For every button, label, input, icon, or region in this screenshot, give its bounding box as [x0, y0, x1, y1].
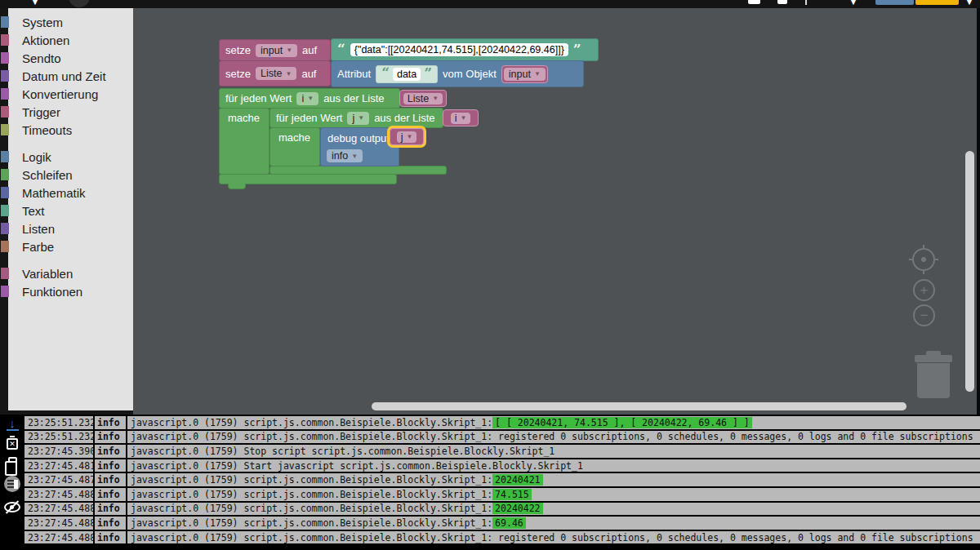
- log-row[interactable]: 23:27:45.488 info javascript.0 (1759) sc…: [24, 517, 980, 530]
- category-color-swatch: [1, 241, 9, 252]
- download-log-icon[interactable]: ↓: [7, 418, 19, 431]
- shadow-string-block[interactable]: “ data ”: [376, 65, 438, 83]
- toolbox-category-list: System Aktionen Sendto Datum und Zeit: [0, 13, 133, 300]
- log-row[interactable]: 23:25:51.232 info javascript.0 (1759) sc…: [24, 431, 980, 444]
- foreach-label: für jeden Wert: [225, 92, 292, 104]
- blockly-workspace[interactable]: setze input▼ auf “ {"data":[[20240421,74…: [133, 8, 977, 415]
- log-message-text: javascript.0 (1759) script.js.common.Bei…: [131, 474, 492, 486]
- toolbox-category[interactable]: Mathematik: [0, 184, 133, 202]
- log-message-text: javascript.0 (1759) Start javascript scr…: [131, 460, 583, 472]
- toolbar-yellow-button[interactable]: [915, 0, 959, 5]
- log-level-dropdown[interactable]: info▼: [327, 149, 363, 162]
- do-label: mache: [228, 112, 260, 124]
- document-icon[interactable]: [777, 0, 787, 4]
- block-foreach-outer-header[interactable]: für jeden Wert i▼ aus der Liste: [219, 88, 400, 109]
- toolbox-category[interactable]: Aktionen: [0, 31, 133, 49]
- block-debug-output[interactable]: debug output info▼: [320, 127, 399, 166]
- window-icon[interactable]: [748, 0, 760, 4]
- log-timestamp: 23:27:45.488: [24, 531, 93, 544]
- log-row[interactable]: 23:27:45.488 info javascript.0 (1759) sc…: [24, 531, 980, 544]
- variable-block-j-selected[interactable]: j▼: [390, 128, 424, 145]
- log-row[interactable]: 23:25:51.232 info javascript.0 (1759) sc…: [24, 416, 980, 429]
- toolbox-category[interactable]: Listen: [0, 220, 133, 237]
- block-foreach-inner-footer[interactable]: [270, 166, 447, 175]
- log-timestamp: 23:27:45.390: [24, 445, 93, 458]
- loop-variable-dropdown[interactable]: j▼: [347, 112, 369, 125]
- trash-icon[interactable]: [915, 351, 952, 398]
- debug-label: debug output: [327, 132, 390, 144]
- log-row[interactable]: 23:27:45.390 info javascript.0 (1759) St…: [24, 445, 980, 458]
- log-panel: ↓ ✕ 23:25:51.232 info javascript.0 (1759…: [0, 415, 980, 550]
- variable-dropdown[interactable]: input▼: [256, 44, 297, 57]
- loop-variable-dropdown[interactable]: i▼: [296, 92, 318, 105]
- log-row[interactable]: 23:27:45.481 info javascript.0 (1759) St…: [24, 459, 980, 472]
- toolbox-category[interactable]: System: [0, 13, 133, 31]
- variable-block-i[interactable]: i▼: [443, 109, 479, 126]
- log-message-text: javascript.0 (1759) script.js.common.Bei…: [131, 489, 492, 500]
- toolbox-category[interactable]: Konvertierung: [0, 85, 133, 103]
- horizontal-scrollbar[interactable]: [372, 402, 906, 410]
- zoom-out-button[interactable]: −: [913, 304, 935, 326]
- string-value-field[interactable]: {"data":[[20240421,74.515],[20240422,69.…: [350, 43, 568, 56]
- log-message-text: javascript.0 (1759) script.js.common.Bei…: [131, 417, 492, 428]
- log-format-icon[interactable]: [4, 476, 20, 492]
- log-message: javascript.0 (1759) script.js.common.Bei…: [127, 473, 980, 486]
- log-highlight: 74.515: [492, 489, 532, 500]
- toolbox-category[interactable]: Variablen: [0, 264, 133, 282]
- log-highlight: 20240421: [492, 474, 542, 486]
- variable-block-liste[interactable]: Liste▼: [399, 90, 447, 107]
- zoom-reset-button[interactable]: [912, 248, 935, 271]
- hide-log-icon[interactable]: [4, 502, 20, 512]
- block-text-string[interactable]: “ {"data":[[20240421,74.515],[20240422,6…: [331, 38, 599, 61]
- toolbox-category[interactable]: Logik: [0, 148, 133, 166]
- toolbar-caret-icon[interactable]: ▼: [29, 0, 41, 7]
- attribute-name-field[interactable]: data: [393, 68, 421, 81]
- category-label: System: [22, 16, 63, 29]
- toolbox-category[interactable]: Text: [0, 202, 133, 220]
- top-toolbar: ▼ ▼ ▼: [0, 0, 980, 8]
- toolbox-category[interactable]: Timeouts: [0, 121, 133, 139]
- toolbox-category[interactable]: Farbe: [0, 237, 133, 255]
- log-row[interactable]: 23:27:45.487 info javascript.0 (1759) sc…: [24, 473, 980, 486]
- category-color-swatch: [1, 205, 9, 216]
- log-message: javascript.0 (1759) script.js.common.Bei…: [127, 488, 980, 501]
- toolbar-blue-button[interactable]: [875, 0, 914, 5]
- toolbox-category[interactable]: Schleifen: [0, 166, 133, 184]
- log-row[interactable]: 23:27:45.488 info javascript.0 (1759) sc…: [24, 488, 980, 501]
- log-row[interactable]: 23:27:45.488 info javascript.0 (1759) sc…: [24, 503, 980, 516]
- caret-down-icon: ▼: [285, 70, 292, 78]
- log-level-badge: info: [95, 473, 126, 486]
- toolbox-category[interactable]: Trigger: [0, 103, 133, 121]
- copy-log-icon[interactable]: [8, 457, 17, 468]
- block-get-attribute[interactable]: Attribut “ data ” vom Objekt input▼: [331, 60, 584, 87]
- vertical-scrollbar[interactable]: [965, 151, 974, 392]
- category-color-swatch: [1, 187, 9, 198]
- dropdown-caret-icon[interactable]: ▼: [848, 0, 859, 7]
- block-set-variable-input[interactable]: setze input▼ auf: [219, 39, 331, 61]
- variable-dropdown[interactable]: Liste▼: [256, 67, 296, 80]
- clear-log-icon[interactable]: ✕: [7, 438, 18, 450]
- log-message: javascript.0 (1759) script.js.common.Bei…: [127, 416, 980, 429]
- log-message: javascript.0 (1759) script.js.common.Bei…: [127, 517, 980, 530]
- log-message-text: javascript.0 (1759) Stop script script.j…: [131, 446, 555, 457]
- category-label: Logik: [22, 150, 51, 164]
- category-color-swatch: [1, 88, 9, 100]
- dropdown-caret-icon-2[interactable]: ▼: [964, 0, 975, 7]
- category-color-swatch: [1, 124, 9, 135]
- set-keyword: setze: [225, 44, 251, 56]
- do-label: mache: [278, 131, 310, 144]
- caret-down-icon: ▼: [351, 153, 358, 160]
- quote-close-icon: ”: [573, 46, 581, 55]
- log-message-text: javascript.0 (1759) script.js.common.Bei…: [131, 517, 492, 529]
- toolbox-category[interactable]: Sendto: [0, 49, 133, 67]
- category-label: Konvertierung: [22, 87, 98, 101]
- log-level-badge: info: [95, 517, 126, 530]
- block-set-variable-liste[interactable]: setze Liste▼ auf: [219, 60, 331, 86]
- variable-block-input[interactable]: input▼: [501, 65, 548, 83]
- toolbar-circle-icon[interactable]: [69, 0, 90, 7]
- toolbox-category[interactable]: Datum und Zeit: [0, 67, 133, 85]
- block-foreach-inner-header[interactable]: für jeden Wert j▼ aus der Liste: [270, 108, 443, 128]
- zoom-in-button[interactable]: +: [913, 279, 935, 301]
- log-timestamp: 23:25:51.232: [24, 416, 93, 429]
- toolbox-category[interactable]: Funktionen: [0, 282, 133, 300]
